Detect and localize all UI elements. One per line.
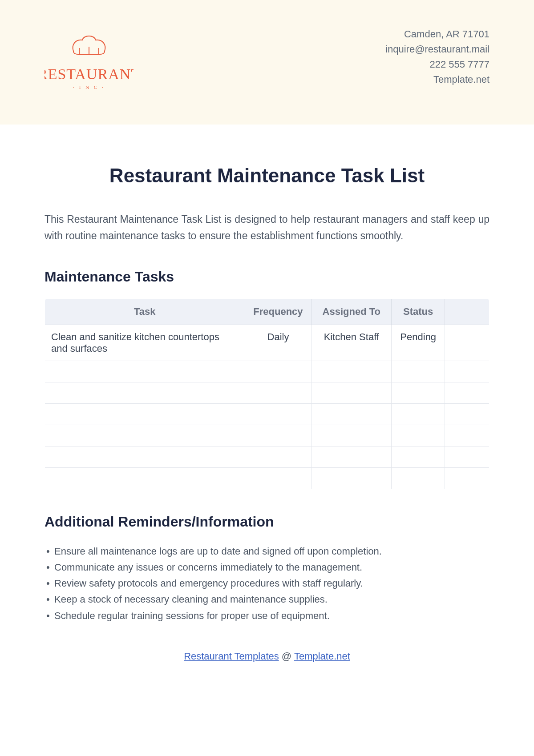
footer-link-site[interactable]: Template.net: [294, 651, 350, 662]
cell-task: [45, 446, 245, 467]
contact-address: Camden, AR 71701: [385, 27, 490, 42]
cell-frequency: [245, 382, 312, 403]
tasks-heading: Maintenance Tasks: [44, 269, 490, 285]
cell-status: [392, 361, 445, 382]
page-title: Restaurant Maintenance Task List: [44, 165, 490, 187]
cell-assigned: [312, 403, 392, 425]
cell-status: [392, 446, 445, 467]
cell-task: [45, 467, 245, 489]
cell-extra: [445, 403, 490, 425]
cell-status: [392, 382, 445, 403]
cell-frequency: [245, 425, 312, 446]
cell-task: [45, 425, 245, 446]
table-row: [45, 403, 490, 425]
contact-phone: 222 555 7777: [385, 57, 490, 72]
maintenance-tasks-table: Task Frequency Assigned To Status Clean …: [44, 298, 490, 489]
cell-assigned: [312, 446, 392, 467]
cell-assigned: [312, 361, 392, 382]
cell-assigned: [312, 467, 392, 489]
chef-hat-icon: RESTAURANT · I N C ·: [44, 27, 134, 93]
col-header-extra: [445, 298, 490, 325]
document-header: RESTAURANT · I N C · Camden, AR 71701 in…: [0, 0, 534, 125]
list-item: Keep a stock of necessary cleaning and m…: [44, 591, 490, 607]
reminders-heading: Additional Reminders/Information: [44, 514, 490, 530]
col-header-status: Status: [392, 298, 445, 325]
cell-frequency: Daily: [245, 325, 312, 361]
cell-frequency: [245, 467, 312, 489]
cell-frequency: [245, 361, 312, 382]
list-item: Ensure all maintenance logs are up to da…: [44, 543, 490, 559]
table-row: [45, 382, 490, 403]
cell-task: [45, 403, 245, 425]
document-body: Restaurant Maintenance Task List This Re…: [0, 125, 534, 662]
cell-status: [392, 425, 445, 446]
cell-task: [45, 361, 245, 382]
table-row: [45, 467, 490, 489]
cell-extra: [445, 382, 490, 403]
table-header-row: Task Frequency Assigned To Status: [45, 298, 490, 325]
cell-assigned: [312, 425, 392, 446]
cell-extra: [445, 446, 490, 467]
list-item: Review safety protocols and emergency pr…: [44, 575, 490, 591]
cell-extra: [445, 361, 490, 382]
intro-paragraph: This Restaurant Maintenance Task List is…: [44, 211, 490, 244]
logo-sub-text: · I N C ·: [73, 84, 105, 90]
cell-status: [392, 467, 445, 489]
cell-extra: [445, 325, 490, 361]
contact-site: Template.net: [385, 72, 490, 87]
table-row: [45, 361, 490, 382]
cell-task: Clean and sanitize kitchen countertops a…: [45, 325, 245, 361]
cell-task: [45, 382, 245, 403]
cell-frequency: [245, 446, 312, 467]
col-header-task: Task: [45, 298, 245, 325]
reminders-list: Ensure all maintenance logs are up to da…: [44, 543, 490, 624]
col-header-assigned: Assigned To: [312, 298, 392, 325]
cell-extra: [445, 467, 490, 489]
col-header-frequency: Frequency: [245, 298, 312, 325]
logo-main-text: RESTAURANT: [44, 66, 134, 82]
contact-email: inquire@restaurant.mail: [385, 42, 490, 57]
cell-status: [392, 403, 445, 425]
footer-links: Restaurant Templates @ Template.net: [44, 651, 490, 662]
footer-at: @: [279, 651, 294, 662]
table-row: [45, 446, 490, 467]
cell-status: Pending: [392, 325, 445, 361]
cell-assigned: Kitchen Staff: [312, 325, 392, 361]
cell-assigned: [312, 382, 392, 403]
list-item: Schedule regular training sessions for p…: [44, 608, 490, 624]
contact-info: Camden, AR 71701 inquire@restaurant.mail…: [385, 27, 490, 87]
table-row: [45, 425, 490, 446]
footer-link-templates[interactable]: Restaurant Templates: [184, 651, 279, 662]
cell-frequency: [245, 403, 312, 425]
table-row: Clean and sanitize kitchen countertops a…: [45, 325, 490, 361]
restaurant-logo: RESTAURANT · I N C ·: [44, 27, 134, 93]
list-item: Communicate any issues or concerns immed…: [44, 559, 490, 575]
cell-extra: [445, 425, 490, 446]
